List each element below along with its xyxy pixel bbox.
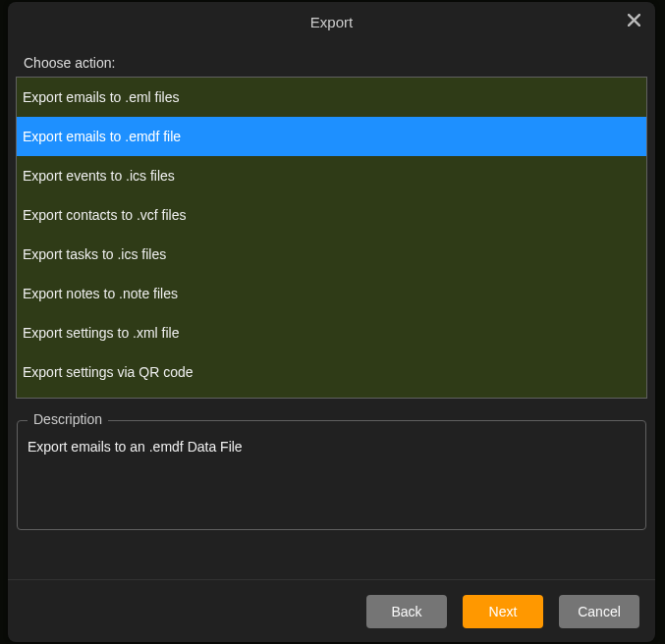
close-button[interactable] bbox=[624, 10, 643, 29]
action-item-4[interactable]: Export tasks to .ics files bbox=[17, 235, 646, 274]
action-item-6[interactable]: Export settings to .xml file bbox=[17, 313, 646, 352]
action-item-label: Export contacts to .vcf files bbox=[23, 207, 187, 223]
dialog-footer: Back Next Cancel bbox=[8, 579, 655, 642]
action-item-5[interactable]: Export notes to .note files bbox=[17, 274, 646, 313]
back-button[interactable]: Back bbox=[366, 595, 447, 628]
action-item-label: Export emails to .emdf file bbox=[23, 129, 181, 144]
action-item-7[interactable]: Export settings via QR code bbox=[17, 352, 646, 392]
description-text: Export emails to an .emdf Data File bbox=[28, 439, 636, 455]
action-listbox[interactable]: Export emails to .eml filesExport emails… bbox=[16, 77, 647, 399]
action-item-0[interactable]: Export emails to .eml files bbox=[17, 78, 646, 117]
close-icon bbox=[628, 14, 640, 27]
action-item-label: Export events to .ics files bbox=[23, 168, 175, 184]
next-button[interactable]: Next bbox=[463, 595, 543, 628]
action-item-3[interactable]: Export contacts to .vcf files bbox=[17, 195, 646, 235]
action-item-label: Export tasks to .ics files bbox=[23, 246, 166, 262]
description-group: Description Export emails to an .emdf Da… bbox=[17, 420, 646, 530]
export-dialog: Export Choose action: Export emails to .… bbox=[8, 2, 655, 642]
action-item-label: Export settings via QR code bbox=[23, 364, 194, 380]
action-item-2[interactable]: Export events to .ics files bbox=[17, 156, 646, 195]
description-legend: Description bbox=[28, 411, 108, 427]
action-item-label: Export emails to .eml files bbox=[23, 89, 180, 105]
dialog-body: Choose action: Export emails to .eml fil… bbox=[8, 41, 655, 579]
action-item-label: Export notes to .note files bbox=[23, 286, 178, 301]
cancel-button[interactable]: Cancel bbox=[559, 595, 639, 628]
action-item-label: Export settings to .xml file bbox=[23, 325, 180, 341]
dialog-title: Export bbox=[310, 14, 353, 30]
dialog-titlebar: Export bbox=[8, 2, 655, 41]
choose-action-label: Choose action: bbox=[24, 55, 647, 71]
action-item-1[interactable]: Export emails to .emdf file bbox=[17, 117, 646, 156]
